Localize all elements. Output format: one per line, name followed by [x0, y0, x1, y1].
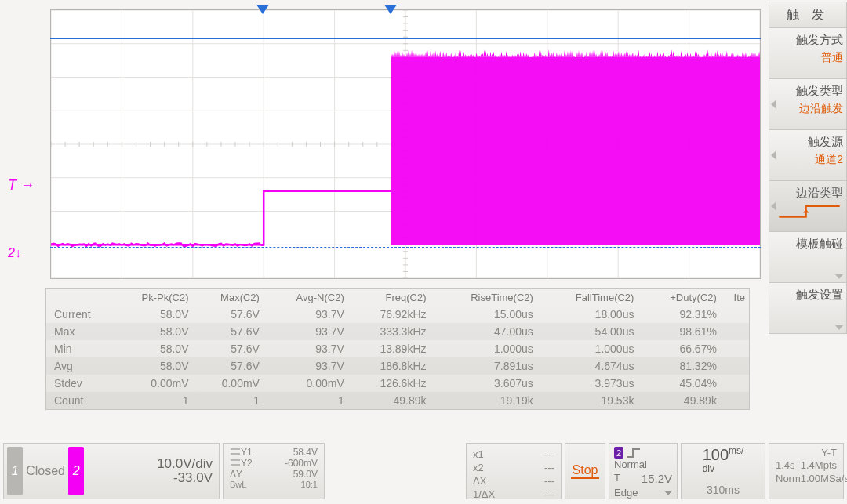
- table-row: Avg58.0V57.6V93.7V186.8kHz7.891us4.674us…: [46, 357, 749, 375]
- ch2-badge: 2: [68, 447, 84, 495]
- menu-mask-trigger-label: 模板触碰: [776, 237, 843, 252]
- table-header: Max(C2): [192, 289, 263, 306]
- cursor-y1-line: [50, 38, 761, 39]
- measurement-table: Pk-Pk(C2)Max(C2)Avg-N(C2)Freq(C2)RiseTim…: [45, 288, 750, 410]
- table-row: Count11149.89k19.19k19.53k49.89k: [46, 392, 749, 409]
- menu-trigger-type-value: 边沿触发: [776, 102, 843, 116]
- trigger-channel-badge: 2: [614, 447, 623, 459]
- menu-mask-trigger[interactable]: 模板触碰: [769, 232, 847, 283]
- rising-edge-icon: [776, 199, 843, 223]
- table-row: Max58.0V57.6V93.7V333.3kHz47.00us54.00us…: [46, 323, 749, 340]
- table-header: Pk-Pk(C2): [109, 289, 192, 306]
- trigger-status-panel[interactable]: 2 Normal T15.2V Edge: [609, 443, 678, 499]
- menu-trigger-source-label: 触发源: [776, 135, 843, 150]
- acq-depth: 1.4Mpts: [801, 459, 837, 472]
- ch2-cursor-panel[interactable]: Y158.4V Y2-600mV ΔY59.0V BwL10:1: [223, 443, 325, 499]
- table-row: Min58.0V57.6V93.7V13.89kHz1.000us1.000us…: [46, 340, 749, 357]
- trigger-level: 15.2V: [642, 472, 672, 485]
- table-row: Current58.0V57.6V93.7V76.92kHz15.00us18.…: [46, 306, 749, 323]
- menu-trigger-type-label: 触发类型: [776, 84, 843, 99]
- menu-trigger-setup[interactable]: 触发设置: [769, 283, 847, 334]
- ch2-readings: 10.0V/div -33.0V: [87, 444, 219, 499]
- chevron-left-icon: [771, 151, 776, 159]
- ch2-ground-marker: 2↓: [8, 246, 21, 260]
- run-state: Stop: [571, 463, 600, 479]
- waveform-area: T → 2↓: [3, 5, 761, 279]
- table-header: Ite: [720, 289, 748, 306]
- run-state-panel[interactable]: Stop: [565, 443, 605, 499]
- timebase-value: 100ms/div: [703, 446, 744, 482]
- menu-trigger-source-value: 通道2: [776, 153, 843, 167]
- y2-value: -600mV: [285, 458, 318, 469]
- menu-trigger-mode[interactable]: 触发方式 普通: [769, 28, 847, 79]
- acq-rate: 1.00MSa/s: [801, 473, 847, 485]
- waveform-svg: [51, 10, 760, 278]
- acq-mode: Y-T: [776, 447, 837, 459]
- menu-edge-type[interactable]: 边沿类型: [769, 181, 847, 232]
- chevron-down-icon: [835, 325, 843, 330]
- chevron-left-icon: [771, 100, 776, 108]
- chevron-down-icon: [835, 274, 843, 279]
- y1-value: 58.4V: [293, 447, 318, 458]
- trigger-level-marker: T →: [8, 177, 35, 194]
- chevron-down-icon: [664, 491, 672, 495]
- table-row: Stdev0.00mV0.00mV0.00mV126.6kHz3.607us3.…: [46, 375, 749, 392]
- trigger-mode-text: Normal: [614, 459, 672, 470]
- menu-trigger-source[interactable]: 触发源 通道2: [769, 130, 847, 181]
- acquisition-panel[interactable]: Y-T 1.4s1.4Mpts Norm1.00MSa/s: [769, 443, 844, 499]
- ch2-scale: 10.0V/div: [93, 457, 213, 471]
- timebase-panel[interactable]: 100ms/div 310ms: [681, 443, 765, 499]
- trigger-menu-title: 触 发: [769, 2, 847, 28]
- svg-rect-112: [391, 57, 760, 245]
- cursor-x1-marker: [256, 5, 269, 14]
- x-cursor-panel[interactable]: x1--- x2--- ΔX--- 1/ΔX---: [466, 443, 562, 499]
- ch1-panel[interactable]: 1 Closed 2 10.0V/div -33.0V: [3, 443, 220, 499]
- trigger-menu: 触 发 触发方式 普通 触发类型 边沿触发 触发源 通道2 边沿类型 模板触碰 …: [769, 2, 847, 334]
- table-header: Freq(C2): [347, 289, 430, 306]
- table-header: [46, 289, 109, 306]
- dy-value: 59.0V: [293, 469, 318, 480]
- menu-trigger-setup-label: 触发设置: [776, 288, 843, 303]
- menu-trigger-mode-value: 普通: [776, 51, 843, 65]
- status-bar: 1 Closed 2 10.0V/div -33.0V Y158.4V Y2-6…: [3, 443, 844, 499]
- spacer: [328, 443, 463, 499]
- table-header: +Duty(C2): [638, 289, 720, 306]
- timebase-offset: 310ms: [707, 484, 740, 496]
- rising-edge-icon: [627, 448, 641, 459]
- cursor-y2-line: [50, 247, 761, 248]
- table-header: Avg-N(C2): [263, 289, 347, 306]
- menu-trigger-mode-label: 触发方式: [776, 33, 843, 48]
- menu-trigger-type[interactable]: 触发类型 边沿触发: [769, 79, 847, 130]
- table-header: RiseTime(C2): [430, 289, 536, 306]
- cursor-x2-marker: [384, 5, 397, 14]
- ch2-offset: -33.0V: [93, 471, 213, 485]
- waveform-grid[interactable]: [50, 9, 761, 279]
- ch1-badge: 1: [7, 447, 23, 495]
- ch1-status: Closed: [26, 444, 65, 499]
- table-header: FallTime(C2): [536, 289, 638, 306]
